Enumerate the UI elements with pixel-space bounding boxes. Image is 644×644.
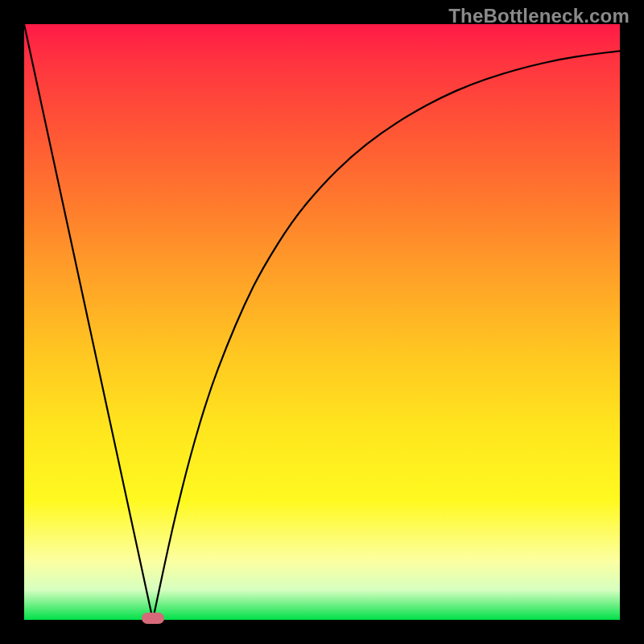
plot-area (24, 24, 620, 620)
chart-container: TheBottleneck.com (0, 0, 644, 644)
bottleneck-curve (24, 24, 620, 620)
minimum-marker (142, 613, 164, 624)
curve-svg (24, 24, 620, 620)
